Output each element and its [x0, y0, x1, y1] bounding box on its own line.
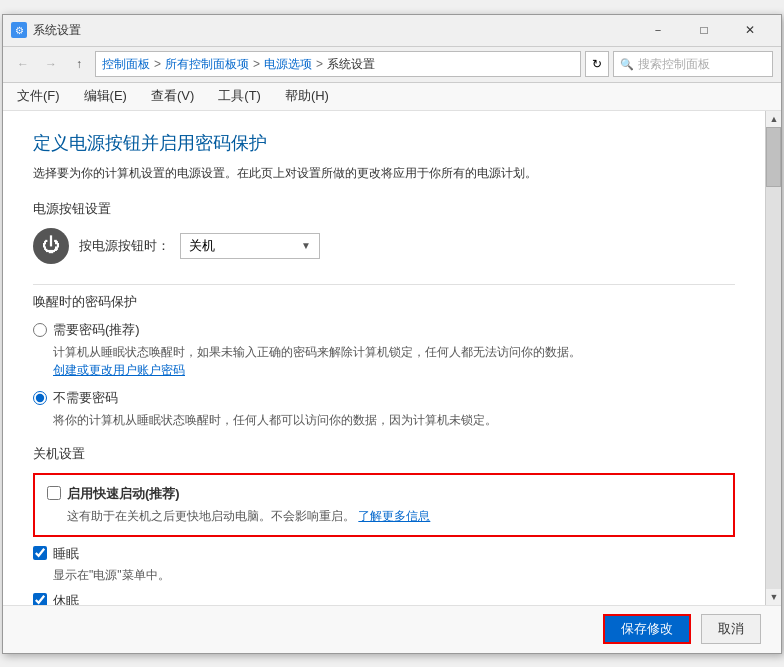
content-area: 定义电源按钮并启用密码保护 选择要为你的计算机设置的电源设置。在此页上对设置所做…: [3, 111, 781, 605]
scrollbar[interactable]: ▲ ▼: [765, 111, 781, 605]
window-controls: － □ ✕: [635, 14, 773, 46]
menu-view[interactable]: 查看(V): [147, 85, 198, 107]
power-button-section: ⏻ 按电源按钮时： 关机 ▼: [33, 228, 735, 264]
shutdown-section-title: 关机设置: [33, 445, 735, 463]
hibernate-label: 休眠: [53, 592, 79, 605]
bottom-bar: 保存修改 取消: [3, 605, 781, 653]
radio-group: 需要密码(推荐) 计算机从睡眠状态唤醒时，如果未输入正确的密码来解除计算机锁定，…: [33, 321, 735, 429]
no-password-row: 不需要密码: [33, 389, 735, 407]
cancel-button[interactable]: 取消: [701, 614, 761, 644]
page-title: 定义电源按钮并启用密码保护: [33, 131, 735, 155]
power-dropdown[interactable]: 关机 ▼: [180, 233, 320, 259]
sleep-label: 睡眠: [53, 545, 79, 563]
wake-section: 唤醒时的密码保护 需要密码(推荐) 计算机从睡眠状态唤醒时，如果未输入正确的密码…: [33, 293, 735, 429]
breadcrumb-current: 系统设置: [327, 56, 375, 73]
no-password-option: 不需要密码 将你的计算机从睡眠状态唤醒时，任何人都可以访问你的数据，因为计算机未…: [33, 389, 735, 429]
power-icon: ⏻: [33, 228, 69, 264]
window-icon: ⚙: [11, 22, 27, 38]
fast-startup-row: 启用快速启动(推荐): [47, 485, 721, 503]
sleep-desc: 显示在"电源"菜单中。: [53, 567, 735, 584]
window-title: 系统设置: [33, 22, 635, 39]
breadcrumb-item-2[interactable]: 所有控制面板项: [165, 56, 249, 73]
fast-startup-desc: 这有助于在关机之后更快地启动电脑。不会影响重启。 了解更多信息: [67, 507, 721, 525]
sleep-item: 睡眠 显示在"电源"菜单中。: [33, 545, 735, 584]
fast-startup-checkbox[interactable]: [47, 486, 61, 500]
fast-startup-box: 启用快速启动(推荐) 这有助于在关机之后更快地启动电脑。不会影响重启。 了解更多…: [33, 473, 735, 537]
back-button[interactable]: ←: [11, 52, 35, 76]
require-password-row: 需要密码(推荐): [33, 321, 735, 339]
no-password-desc: 将你的计算机从睡眠状态唤醒时，任何人都可以访问你的数据，因为计算机未锁定。: [53, 411, 735, 429]
learn-more-link[interactable]: 了解更多信息: [358, 509, 430, 523]
shutdown-section: 关机设置 启用快速启动(推荐) 这有助于在关机之后更快地启动电脑。不会影响重启。…: [33, 445, 735, 605]
no-password-radio[interactable]: [33, 391, 47, 405]
power-button-section-title: 电源按钮设置: [33, 200, 735, 218]
main-window: ⚙ 系统设置 － □ ✕ ← → ↑ 控制面板 > 所有控制面板项 > 电源选项…: [2, 14, 782, 654]
minimize-button[interactable]: －: [635, 14, 681, 46]
sleep-row: 睡眠: [33, 545, 735, 563]
create-password-link[interactable]: 创建或更改用户账户密码: [53, 363, 185, 377]
save-button[interactable]: 保存修改: [603, 614, 691, 644]
forward-button[interactable]: →: [39, 52, 63, 76]
wake-section-title: 唤醒时的密码保护: [33, 293, 735, 311]
breadcrumb-item-3[interactable]: 电源选项: [264, 56, 312, 73]
search-box: 🔍 搜索控制面板: [613, 51, 773, 77]
fast-startup-label: 启用快速启动(推荐): [67, 485, 180, 503]
hibernate-checkbox[interactable]: [33, 593, 47, 605]
menu-tools[interactable]: 工具(T): [214, 85, 265, 107]
scroll-track: [766, 127, 781, 589]
refresh-button[interactable]: ↻: [585, 51, 609, 77]
main-panel: 定义电源按钮并启用密码保护 选择要为你的计算机设置的电源设置。在此页上对设置所做…: [3, 111, 765, 605]
hibernate-row: 休眠: [33, 592, 735, 605]
scroll-down-button[interactable]: ▼: [766, 589, 781, 605]
divider-1: [33, 284, 735, 285]
scroll-thumb[interactable]: [766, 127, 781, 187]
sleep-checkbox[interactable]: [33, 546, 47, 560]
maximize-button[interactable]: □: [681, 14, 727, 46]
search-icon: 🔍: [620, 58, 634, 71]
breadcrumb-sep-1: >: [154, 57, 161, 71]
breadcrumb-item-1[interactable]: 控制面板: [102, 56, 150, 73]
breadcrumb-sep-2: >: [253, 57, 260, 71]
addressbar: ← → ↑ 控制面板 > 所有控制面板项 > 电源选项 > 系统设置 ↻ 🔍 搜…: [3, 47, 781, 83]
breadcrumb: 控制面板 > 所有控制面板项 > 电源选项 > 系统设置: [95, 51, 581, 77]
require-password-radio[interactable]: [33, 323, 47, 337]
page-description: 选择要为你的计算机设置的电源设置。在此页上对设置所做的更改将应用于你所有的电源计…: [33, 165, 735, 182]
scroll-up-button[interactable]: ▲: [766, 111, 781, 127]
close-button[interactable]: ✕: [727, 14, 773, 46]
titlebar: ⚙ 系统设置 － □ ✕: [3, 15, 781, 47]
up-button[interactable]: ↑: [67, 52, 91, 76]
require-password-label: 需要密码(推荐): [53, 321, 140, 339]
menu-edit[interactable]: 编辑(E): [80, 85, 131, 107]
require-password-desc: 计算机从睡眠状态唤醒时，如果未输入正确的密码来解除计算机锁定，任何人都无法访问你…: [53, 343, 735, 379]
menu-file[interactable]: 文件(F): [13, 85, 64, 107]
search-placeholder: 搜索控制面板: [638, 56, 710, 73]
require-password-option: 需要密码(推荐) 计算机从睡眠状态唤醒时，如果未输入正确的密码来解除计算机锁定，…: [33, 321, 735, 379]
breadcrumb-sep-3: >: [316, 57, 323, 71]
chevron-down-icon: ▼: [301, 240, 311, 251]
power-button-label: 按电源按钮时：: [79, 237, 170, 255]
menubar: 文件(F) 编辑(E) 查看(V) 工具(T) 帮助(H): [3, 83, 781, 111]
menu-help[interactable]: 帮助(H): [281, 85, 333, 107]
hibernate-item: 休眠 显示在"电源"菜单中。: [33, 592, 735, 605]
no-password-label: 不需要密码: [53, 389, 118, 407]
power-dropdown-value: 关机: [189, 237, 215, 255]
